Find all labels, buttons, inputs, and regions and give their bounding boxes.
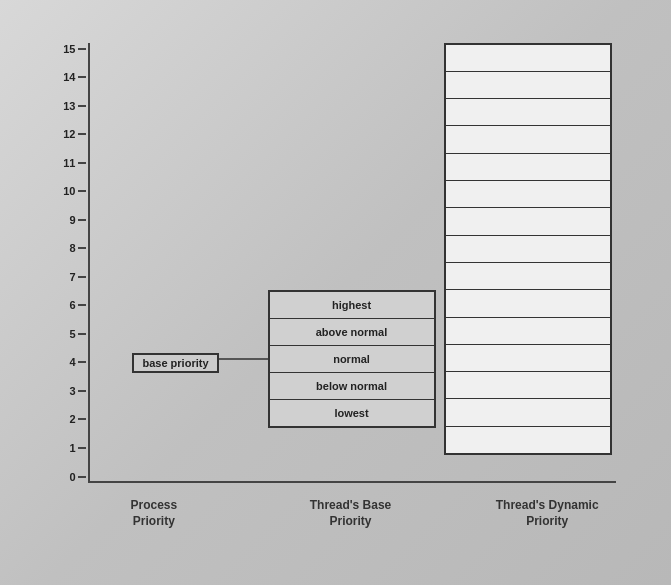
y-label-8: 8 <box>56 242 76 254</box>
y-tick-0: 0 <box>56 471 86 483</box>
thread-base-cell-below-normal: below normal <box>270 372 434 399</box>
y-tick-5: 5 <box>56 328 86 340</box>
dyn-cell-3 <box>446 371 610 398</box>
thread-dynamic-bar <box>444 43 612 456</box>
tick-6 <box>78 304 86 306</box>
dyn-cell-8 <box>446 235 610 262</box>
y-label-2: 2 <box>56 413 76 425</box>
tick-4 <box>78 361 86 363</box>
y-label-4: 4 <box>56 356 76 368</box>
tick-11 <box>78 162 86 164</box>
base-priority-label-wrapper: base priority <box>88 353 264 373</box>
y-label-10: 10 <box>56 185 76 197</box>
tick-10 <box>78 190 86 192</box>
tick-7 <box>78 276 86 278</box>
y-tick-15: 15 <box>56 43 86 55</box>
y-label-3: 3 <box>56 385 76 397</box>
axis-labels-row: ProcessPriority Thread's BasePriority Th… <box>26 497 646 531</box>
y-label-12: 12 <box>56 128 76 140</box>
thread-base-col: lowest below normal normal above normal <box>264 43 440 483</box>
y-tick-14: 14 <box>56 71 86 83</box>
dyn-cell-7 <box>446 262 610 289</box>
tick-5 <box>78 333 86 335</box>
thread-base-label-above-normal: above normal <box>316 326 388 338</box>
y-axis-spacer <box>26 497 56 531</box>
y-label-9: 9 <box>56 214 76 226</box>
y-label-5: 5 <box>56 328 76 340</box>
dyn-cell-10 <box>446 180 610 207</box>
y-tick-8: 8 <box>56 242 86 254</box>
chart-area: 0 1 2 3 4 <box>56 23 616 483</box>
tick-15 <box>78 48 86 50</box>
y-tick-1: 1 <box>56 442 86 454</box>
thread-dynamic-axis-label: Thread's DynamicPriority <box>449 497 646 531</box>
y-axis: 0 1 2 3 4 <box>56 43 86 483</box>
process-priority-axis-label: ProcessPriority <box>56 497 253 531</box>
thread-base-bar: lowest below normal normal above normal <box>268 290 436 428</box>
dyn-cell-15 <box>446 45 610 71</box>
thread-base-cell-normal: normal <box>270 345 434 372</box>
thread-base-cell-lowest: lowest <box>270 399 434 426</box>
process-priority-col: base priority <box>88 43 264 483</box>
thread-base-cell-above-normal: above normal <box>270 318 434 345</box>
tick-3 <box>78 390 86 392</box>
tick-9 <box>78 219 86 221</box>
y-tick-9: 9 <box>56 214 86 226</box>
y-label-6: 6 <box>56 299 76 311</box>
y-label-0: 0 <box>56 471 76 483</box>
thread-dynamic-col <box>440 43 616 483</box>
thread-base-label-below-normal: below normal <box>316 380 387 392</box>
thread-base-label-normal: normal <box>333 353 370 365</box>
dyn-cell-13 <box>446 98 610 125</box>
dyn-cell-5 <box>446 317 610 344</box>
y-label-1: 1 <box>56 442 76 454</box>
dyn-cell-14 <box>446 71 610 98</box>
y-tick-11: 11 <box>56 157 86 169</box>
y-label-11: 11 <box>56 157 76 169</box>
bars-area: base priority lowest below normal <box>88 43 616 483</box>
dyn-cell-9 <box>446 207 610 234</box>
thread-base-cell-highest: highest <box>270 292 434 318</box>
y-tick-10: 10 <box>56 185 86 197</box>
y-label-7: 7 <box>56 271 76 283</box>
dyn-cell-1 <box>446 426 610 453</box>
y-label-14: 14 <box>56 71 76 83</box>
tick-0 <box>78 476 86 478</box>
thread-base-axis-label: Thread's BasePriority <box>252 497 449 531</box>
tick-2 <box>78 418 86 420</box>
tick-1 <box>78 447 86 449</box>
y-tick-2: 2 <box>56 413 86 425</box>
y-tick-13: 13 <box>56 100 86 112</box>
tick-8 <box>78 247 86 249</box>
dyn-cell-4 <box>446 344 610 371</box>
dyn-cell-6 <box>446 289 610 316</box>
dyn-cell-11 <box>446 153 610 180</box>
y-label-15: 15 <box>56 43 76 55</box>
tick-12 <box>78 133 86 135</box>
y-tick-3: 3 <box>56 385 86 397</box>
y-tick-7: 7 <box>56 271 86 283</box>
dyn-cell-2 <box>446 398 610 425</box>
tick-14 <box>78 76 86 78</box>
y-tick-12: 12 <box>56 128 86 140</box>
tick-13 <box>78 105 86 107</box>
thread-base-label-highest: highest <box>332 299 371 311</box>
chart-container: 0 1 2 3 4 <box>26 23 646 563</box>
base-priority-label: base priority <box>132 353 218 373</box>
y-tick-6: 6 <box>56 299 86 311</box>
dyn-cell-12 <box>446 125 610 152</box>
y-label-13: 13 <box>56 100 76 112</box>
y-tick-4: 4 <box>56 356 86 368</box>
thread-base-label-lowest: lowest <box>334 407 368 419</box>
